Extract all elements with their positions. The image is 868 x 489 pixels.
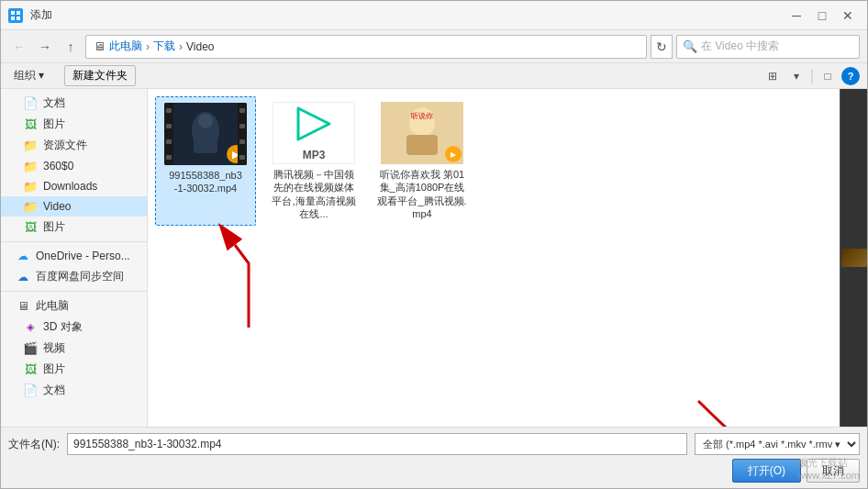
view-grid-button[interactable]: ⊞ <box>762 66 783 86</box>
document-icon: 📄 <box>23 96 38 111</box>
close-button[interactable]: ✕ <box>836 6 860 26</box>
film-hole <box>239 139 245 144</box>
main-content: 📄 文档 🖼 图片 📁 资源文件 📁 360$0 <box>1 89 867 427</box>
sidebar-item-pics[interactable]: 🖼 图片 <box>1 359 147 380</box>
film-hole <box>239 155 245 160</box>
sidebar-label-video: Video <box>43 200 71 213</box>
sidebar-label-baidu: 百度网盘同步空间 <box>36 269 124 284</box>
svg-rect-0 <box>11 11 15 15</box>
file-thumb-2: MP3 <box>273 102 355 164</box>
sidebar-item-docs[interactable]: 📄 文档 <box>1 380 147 401</box>
onedrive-icon: ☁ <box>16 249 30 263</box>
forward-button[interactable]: → <box>34 36 56 58</box>
film-strip-right <box>238 103 247 165</box>
filename-input[interactable] <box>67 433 687 455</box>
pics-icon: 🖼 <box>23 362 38 377</box>
file-name-1: 991558388_nb3-1-30032.mp4 <box>169 169 242 195</box>
file-thumb-1: ▶ <box>164 103 247 165</box>
svg-rect-2 <box>11 17 15 20</box>
organize-menu[interactable]: 组织 ▾ <box>8 64 50 87</box>
divider1 <box>1 241 147 242</box>
film-hole <box>239 108 245 113</box>
file-item-3[interactable]: 听说你 ▶ 听说你喜欢我 第01集_高清1080P在线观看平台_腾讯视频.mp4 <box>372 96 473 226</box>
sidebar-label-thispc: 此电脑 <box>36 298 69 314</box>
file-item-2[interactable]: MP3 腾讯视频－中国领先的在线视频媒体平台,海量高清视频在线... <box>263 96 364 226</box>
player-badge-3: ▶ <box>445 146 462 162</box>
up-button[interactable]: ↑ <box>60 36 82 58</box>
svg-point-6 <box>198 114 213 128</box>
sidebar-item-3d[interactable]: ◈ 3D 对象 <box>1 317 147 338</box>
downloads-folder-icon: 📁 <box>23 179 38 194</box>
sidebar-item-360[interactable]: 📁 360$0 <box>1 156 147 176</box>
minimize-button[interactable]: ─ <box>785 6 808 26</box>
mp3-play-area <box>291 105 337 152</box>
back-button[interactable]: ← <box>8 36 30 58</box>
breadcrumb-sep2: › <box>179 40 183 53</box>
pc-icon: 🖥 <box>94 39 106 53</box>
sidebar-item-downloads[interactable]: 📁 Downloads <box>1 176 147 196</box>
filename-label: 文件名(N): <box>8 437 60 452</box>
view-window-button[interactable]: □ <box>818 66 838 86</box>
divider2 <box>1 291 147 292</box>
sidebar-label-downloads: Downloads <box>43 180 97 193</box>
file-name-3: 听说你喜欢我 第01集_高清1080P在线观看平台_腾讯视频.mp4 <box>377 168 467 220</box>
refresh-button[interactable]: ↻ <box>651 35 673 59</box>
thispc-icon: 🖥 <box>16 299 30 314</box>
film-strip-left <box>164 103 173 165</box>
file-thumb-3: 听说你 ▶ <box>381 102 463 164</box>
svg-rect-11 <box>406 135 438 155</box>
button-row: 打开(O) 取消 <box>8 459 860 483</box>
breadcrumb-downloads[interactable]: 下载 <box>153 39 175 54</box>
film-hole <box>239 124 245 128</box>
sidebar-label-pictures: 图片 <box>43 117 65 132</box>
view-controls: ⊞ ▾ | □ ? <box>762 66 860 86</box>
sidebar-item-pictures[interactable]: 🖼 图片 <box>1 114 147 135</box>
breadcrumb-thispc[interactable]: 此电脑 <box>109 39 142 54</box>
sidebar-item-baidu[interactable]: ☁ 百度网盘同步空间 <box>1 266 147 287</box>
cancel-button[interactable]: 取消 <box>807 459 860 483</box>
sidebar-label-3d: 3D 对象 <box>43 319 83 335</box>
filename-row: 文件名(N): 全部 (*.mp4 *.avi *.mkv *.rmv ▾ <box>8 433 860 455</box>
menu-bar: 组织 ▾ 新建文件夹 ⊞ ▾ | □ ? <box>1 63 867 89</box>
sidebar-label-360: 360$0 <box>43 160 73 172</box>
svg-text:听说你: 听说你 <box>411 112 433 120</box>
sidebar-item-thispc[interactable]: 🖥 此电脑 <box>1 295 147 317</box>
3d-icon: ◈ <box>23 320 38 335</box>
side-strip-thumb <box>841 249 867 267</box>
side-strip <box>840 89 867 427</box>
content-area: ▶ 991558388_nb3-1-30032.mp4 MP <box>148 89 867 427</box>
breadcrumb: 🖥 此电脑 › 下载 › Video <box>85 35 647 59</box>
search-placeholder: 在 Video 中搜索 <box>701 39 779 54</box>
file-item-1[interactable]: ▶ 991558388_nb3-1-30032.mp4 <box>155 96 256 226</box>
sidebar-label-documents: 文档 <box>43 95 65 111</box>
toolbar: ← → ↑ 🖥 此电脑 › 下载 › Video ↻ 🔍 在 Video 中搜索 <box>1 30 867 63</box>
window-title: 添加 <box>30 7 785 23</box>
maximize-button[interactable]: □ <box>810 6 834 26</box>
sidebar-label-videos: 视频 <box>43 340 65 356</box>
sidebar-item-video[interactable]: 📁 Video <box>1 196 147 217</box>
help-button[interactable]: ? <box>841 67 860 85</box>
svg-marker-8 <box>298 108 329 139</box>
videos-icon: 🎬 <box>23 341 38 356</box>
sidebar: 📄 文档 🖼 图片 📁 资源文件 📁 360$0 <box>1 89 148 427</box>
view-dropdown-button[interactable]: ▾ <box>786 66 807 86</box>
new-folder-button[interactable]: 新建文件夹 <box>64 65 136 86</box>
images-icon: 🖼 <box>23 220 38 235</box>
sidebar-item-images[interactable]: 🖼 图片 <box>1 217 147 238</box>
window-controls: ─ □ ✕ <box>785 6 860 26</box>
sidebar-item-videos[interactable]: 🎬 视频 <box>1 338 147 359</box>
title-bar: 添加 ─ □ ✕ <box>1 1 867 30</box>
sidebar-item-resources[interactable]: 📁 资源文件 <box>1 135 147 156</box>
mp3-content: MP3 <box>273 103 354 163</box>
docs-icon: 📄 <box>23 383 38 398</box>
film-hole <box>166 108 172 113</box>
sidebar-item-onedrive[interactable]: ☁ OneDrive - Perso... <box>1 246 147 266</box>
filetype-select[interactable]: 全部 (*.mp4 *.avi *.mkv *.rmv ▾ <box>695 433 860 455</box>
divider: | <box>810 68 814 84</box>
baidu-icon: ☁ <box>16 270 30 284</box>
resources-icon: 📁 <box>23 139 38 153</box>
sidebar-item-documents[interactable]: 📄 文档 <box>1 93 147 114</box>
open-button[interactable]: 打开(O) <box>732 459 801 483</box>
sidebar-label-resources: 资源文件 <box>43 138 87 153</box>
pictures-icon: 🖼 <box>23 117 38 132</box>
